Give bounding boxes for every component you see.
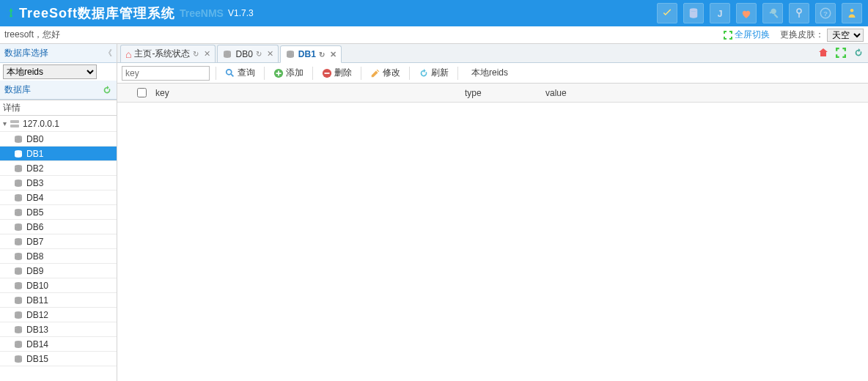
- tab-close-icon[interactable]: ✕: [267, 49, 273, 59]
- add-button[interactable]: 添加: [271, 65, 306, 81]
- tree-item-db13[interactable]: DB13: [0, 322, 117, 337]
- svg-point-6: [850, 9, 854, 12]
- db-source-select[interactable]: 本地reids: [3, 64, 97, 79]
- database-icon: [13, 252, 23, 261]
- tree-item-db12[interactable]: DB12: [0, 308, 117, 322]
- svg-point-14: [15, 209, 22, 212]
- refresh-icon[interactable]: [102, 85, 112, 95]
- top-btn-6[interactable]: [789, 3, 809, 23]
- svg-point-15: [15, 223, 22, 226]
- tree-item-db8[interactable]: DB8: [0, 249, 117, 264]
- home-icon: ⌂: [125, 48, 131, 60]
- tree-item-db5[interactable]: DB5: [0, 205, 117, 220]
- tab-refresh-button[interactable]: [852, 46, 865, 59]
- tab-2[interactable]: DB1↻✕: [280, 45, 342, 63]
- tab-0[interactable]: ⌂主页-系统状态↻✕: [120, 45, 216, 62]
- top-btn-2[interactable]: [683, 3, 704, 23]
- key-input[interactable]: [122, 66, 210, 81]
- svg-point-3: [797, 9, 801, 13]
- app-version: V1.7.3: [228, 8, 254, 18]
- toolbar: 查询 添加 删除 修改 刷新 本地reids: [117, 63, 868, 84]
- svg-rect-0: [10, 15, 12, 18]
- tab-bar: ⌂主页-系统状态↻✕DB0↻✕DB1↻✕: [117, 44, 868, 63]
- table-body: [117, 103, 868, 381]
- database-icon: [13, 179, 23, 188]
- svg-text:J: J: [718, 9, 723, 19]
- tree-item-db6[interactable]: DB6: [0, 220, 117, 234]
- svg-point-18: [15, 267, 22, 270]
- tab-reload-icon[interactable]: ↻: [256, 50, 262, 58]
- database-icon: [13, 355, 23, 363]
- tab-home-button[interactable]: [817, 46, 830, 59]
- table-header: key type value: [117, 84, 868, 103]
- tree-item-db9[interactable]: DB9: [0, 264, 117, 278]
- collapse-icon[interactable]: 《: [104, 48, 112, 59]
- server-icon: [10, 119, 20, 128]
- search-button[interactable]: 查询: [222, 65, 258, 81]
- col-value[interactable]: value: [545, 88, 868, 98]
- edit-button[interactable]: 修改: [367, 65, 403, 81]
- user-bar: treesoft，您好 全屏切换 更换皮肤： 天空蓝: [0, 26, 868, 44]
- top-btn-5[interactable]: [762, 3, 783, 23]
- add-icon: [273, 68, 284, 78]
- db-tree: ▾ 127.0.0.1 DB0DB1DB2DB3DB4DB5DB6DB7DB8D…: [0, 116, 117, 366]
- tree-item-db1[interactable]: DB1: [0, 147, 117, 161]
- col-key[interactable]: key: [151, 88, 465, 98]
- tree-item-db10[interactable]: DB10: [0, 278, 117, 293]
- top-btn-7[interactable]: ?: [815, 3, 836, 23]
- top-btn-3[interactable]: J: [710, 3, 730, 23]
- database-icon: [13, 208, 23, 217]
- tree-item-db14[interactable]: DB14: [0, 337, 117, 352]
- refresh-icon: [419, 68, 429, 78]
- database-icon: [13, 340, 23, 349]
- fullscreen-toggle[interactable]: 全屏切换: [724, 29, 770, 41]
- database-icon: [222, 50, 232, 59]
- user-greeting: treesoft，您好: [4, 29, 60, 41]
- svg-point-13: [15, 194, 22, 197]
- select-all-checkbox[interactable]: [137, 88, 147, 97]
- content-area: ⌂主页-系统状态↻✕DB0↻✕DB1↻✕ 查询 添加 删除: [117, 44, 868, 381]
- database-icon: [13, 223, 23, 232]
- app-title: TreeSoft数据库管理系统: [19, 4, 175, 22]
- db-panel-header: 数据库: [0, 81, 117, 100]
- tab-expand-button[interactable]: [834, 46, 847, 59]
- refresh-button[interactable]: 刷新: [416, 65, 452, 81]
- skin-label: 更换皮肤：: [780, 29, 824, 41]
- database-icon: [13, 149, 23, 158]
- database-icon: [13, 135, 23, 144]
- tab-close-icon[interactable]: ✕: [330, 50, 336, 59]
- delete-button[interactable]: 删除: [319, 65, 355, 81]
- top-btn-8[interactable]: [842, 3, 862, 23]
- tree-item-db7[interactable]: DB7: [0, 234, 117, 249]
- svg-point-26: [287, 51, 294, 53]
- svg-point-19: [15, 282, 22, 285]
- tree-item-db11[interactable]: DB11: [0, 293, 117, 308]
- col-type[interactable]: type: [465, 88, 545, 98]
- database-icon: [13, 193, 23, 202]
- svg-text:?: ?: [823, 10, 828, 18]
- tree-item-db0[interactable]: DB0: [0, 132, 117, 147]
- sidebar: 数据库选择 《 本地reids 数据库 详情 ▾ 127.0.0.1 DB0DB…: [0, 44, 117, 381]
- tab-reload-icon[interactable]: ↻: [193, 50, 199, 58]
- database-icon: [13, 237, 23, 246]
- svg-rect-7: [10, 120, 19, 123]
- tree-item-db2[interactable]: DB2: [0, 161, 117, 176]
- tab-reload-icon[interactable]: ↻: [319, 51, 325, 59]
- tree-item-db3[interactable]: DB3: [0, 176, 117, 190]
- svg-point-11: [15, 165, 22, 168]
- top-btn-4[interactable]: [736, 3, 757, 23]
- svg-point-20: [15, 297, 22, 300]
- database-icon: [13, 325, 23, 334]
- top-btn-1[interactable]: [657, 3, 677, 23]
- collapse-triangle-icon: ▾: [3, 119, 7, 127]
- tree-root[interactable]: ▾ 127.0.0.1: [0, 116, 117, 132]
- database-icon: [13, 311, 23, 319]
- database-icon: [13, 267, 23, 275]
- tree-item-db15[interactable]: DB15: [0, 352, 117, 366]
- delete-icon: [322, 68, 332, 78]
- svg-point-25: [224, 51, 231, 53]
- tab-close-icon[interactable]: ✕: [204, 49, 210, 59]
- tab-1[interactable]: DB0↻✕: [217, 45, 278, 62]
- tree-item-db4[interactable]: DB4: [0, 190, 117, 205]
- skin-select[interactable]: 天空蓝: [827, 29, 864, 42]
